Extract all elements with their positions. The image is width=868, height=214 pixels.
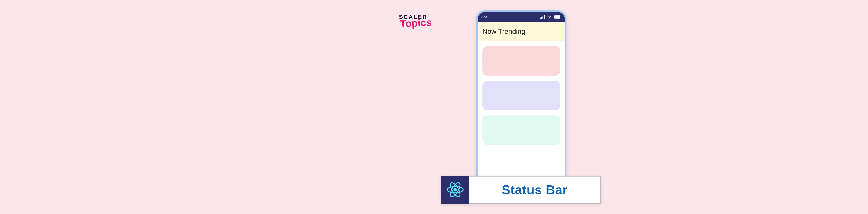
- app-header: Now Trending: [478, 22, 565, 41]
- wifi-icon: [547, 15, 552, 19]
- react-icon: [446, 180, 465, 199]
- card-list: [478, 41, 565, 145]
- signal-icon: [540, 15, 545, 19]
- statusbar-time: 8:30: [482, 15, 490, 19]
- content-card: [483, 115, 560, 145]
- phone-statusbar: 8:30: [478, 12, 565, 22]
- content-frame: SCALER Topics 8:30: [378, 0, 663, 214]
- scaler-topics-logo: SCALER Topics: [399, 14, 432, 27]
- battery-icon: [554, 15, 561, 19]
- logo-sub-text: Topics: [400, 18, 432, 28]
- statusbar-icons: [540, 15, 561, 19]
- content-card: [483, 46, 560, 76]
- title-label-bar: Status Bar: [441, 176, 601, 204]
- react-badge: [441, 176, 469, 204]
- phone-mockup: 8:30: [476, 10, 566, 184]
- app-header-title: Now Trending: [483, 28, 525, 35]
- svg-point-0: [454, 188, 457, 191]
- phone-screen: 8:30: [478, 12, 565, 182]
- title-label-text-wrap: Status Bar: [469, 176, 601, 204]
- content-card: [483, 81, 560, 110]
- title-label-text: Status Bar: [502, 182, 568, 197]
